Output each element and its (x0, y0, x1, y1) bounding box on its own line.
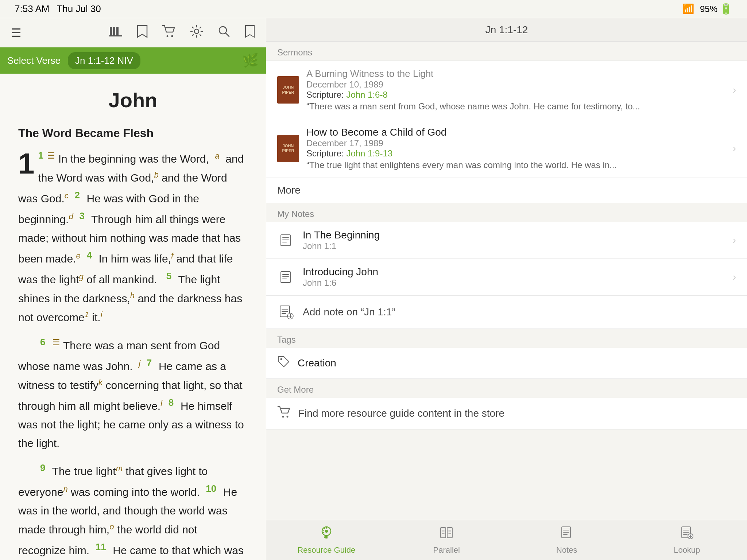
sermon-2-content: How to Become a Child of God December 17… (306, 127, 725, 170)
sermon-2-date: December 17, 1989 (306, 138, 725, 148)
verse-text: 1 1 ☰ In the beginning was the Word, a a… (18, 147, 248, 327)
svg-rect-0 (110, 27, 112, 36)
tab-notes[interactable]: Notes (507, 520, 627, 560)
note-2-ref: John 1:6 (303, 278, 725, 288)
notes-icon (560, 525, 574, 543)
right-panel: Jn 1:1-12 Sermons JOHNPIPER A Burning Wi… (266, 18, 747, 560)
tab-resource-guide-label: Resource Guide (297, 545, 355, 555)
resource-guide-icon (319, 525, 334, 543)
cart-icon[interactable] (162, 25, 175, 40)
sermon-2-thumbnail: JOHNPIPER (277, 135, 299, 162)
sermon-2-chevron: › (733, 143, 736, 154)
svg-point-7 (219, 27, 227, 34)
svg-rect-19 (447, 528, 452, 538)
my-notes-label: My Notes (266, 203, 747, 222)
more-item[interactable]: More (266, 178, 747, 203)
note-item-1[interactable]: In The Beginning John 1:1 › (266, 222, 747, 259)
note-2-chevron: › (733, 271, 736, 283)
status-date: Thu Jul 30 (57, 3, 101, 15)
add-note-icon (277, 303, 295, 321)
bookmark-icon[interactable] (245, 25, 255, 41)
note-2-icon (277, 268, 295, 286)
svg-rect-2 (116, 27, 119, 36)
right-scroll-area[interactable]: Sermons JOHNPIPER A Burning Witness to t… (266, 42, 747, 520)
toolbar: ☰ (0, 18, 266, 47)
right-panel-header: Jn 1:1-12 (266, 18, 747, 42)
select-verse-button[interactable]: Select Verse (7, 55, 61, 66)
sermon-2-scripture: Scripture: John 1:9-13 (306, 148, 725, 159)
sermon-item-1[interactable]: JOHNPIPER A Burning Witness to the Light… (266, 61, 747, 119)
search-icon[interactable] (218, 25, 230, 40)
verse-6-block: 6 ☰ There was a man sent from God whose … (18, 334, 248, 452)
note-2-title: Introducing John (303, 266, 725, 278)
svg-rect-17 (325, 536, 328, 538)
tab-lookup-label: Lookup (674, 545, 700, 555)
sermon-2-scripture-ref: John 1:9-13 (346, 148, 392, 158)
sermon-2-title: How to Become a Child of God (306, 127, 725, 138)
book-title: John (18, 88, 248, 112)
lookup-icon (680, 525, 694, 543)
get-more-label: Get More (266, 379, 747, 398)
select-verse-bar: Select Verse Jn 1:1-12 NIV 🌿 (0, 47, 266, 74)
svg-point-12 (280, 358, 282, 360)
tab-bar: Resource Guide Parallel (266, 520, 747, 560)
sermon-1-thumbnail: JOHNPIPER (277, 76, 299, 104)
status-time: 7:53 AM (15, 3, 49, 15)
sermon-2-preview: “The true light that enlightens every ma… (306, 160, 725, 170)
sermon-item-2[interactable]: JOHNPIPER How to Become a Child of God D… (266, 119, 747, 178)
tab-parallel-label: Parallel (433, 545, 460, 555)
sermon-1-chevron: › (733, 84, 736, 96)
settings-icon[interactable] (190, 25, 203, 41)
svg-point-13 (282, 416, 284, 418)
svg-rect-1 (113, 27, 115, 36)
store-cart-icon (277, 405, 291, 422)
note-1-icon (277, 231, 295, 249)
sermon-1-scripture: Scripture: John 1:6-8 (306, 90, 725, 100)
tags-label: Tags (266, 329, 747, 348)
right-header-title: Jn 1:1-12 (485, 24, 528, 36)
svg-rect-18 (441, 528, 446, 538)
battery-icon: 95% (700, 4, 717, 14)
add-note-text: Add note on “Jn 1:1” (303, 306, 395, 318)
note-1-chevron: › (733, 234, 736, 246)
tab-lookup[interactable]: Lookup (627, 520, 747, 560)
add-note-item[interactable]: Add note on “Jn 1:1” (266, 296, 747, 329)
tag-icon (277, 355, 290, 371)
battery-bar: 🔋 (720, 3, 732, 15)
verse-ref-badge[interactable]: Jn 1:1-12 NIV (68, 52, 140, 69)
bookmark-outline-icon[interactable] (137, 25, 148, 41)
bookshelf-icon[interactable] (109, 26, 122, 40)
note-2-content: Introducing John John 1:6 (303, 266, 725, 288)
leaf-icon: 🌿 (242, 53, 259, 68)
note-item-2[interactable]: Introducing John John 1:6 › (266, 259, 747, 296)
svg-point-4 (167, 35, 169, 37)
sermon-1-date: December 10, 1989 (306, 79, 725, 90)
svg-point-6 (194, 29, 199, 34)
tab-resource-guide[interactable]: Resource Guide (266, 520, 387, 560)
parallel-icon (439, 525, 454, 543)
sermon-1-title: A Burning Witness to the Light (306, 68, 725, 79)
note-1-content: In The Beginning John 1:1 (303, 229, 725, 251)
find-more-text: Find more resource guide content in the … (298, 408, 504, 419)
svg-rect-3 (109, 35, 122, 36)
svg-point-5 (171, 35, 173, 37)
sermon-1-content: A Burning Witness to the Light December … (306, 68, 725, 112)
sermon-1-scripture-ref: John 1:6-8 (346, 90, 387, 100)
wifi-icon: 📶 (682, 3, 694, 15)
svg-point-14 (287, 416, 289, 418)
bible-panel: ☰ (0, 18, 266, 560)
menu-icon[interactable]: ☰ (11, 26, 22, 40)
sermon-1-preview: “There was a man sent from God, whose na… (306, 101, 725, 112)
get-more-item[interactable]: Find more resource guide content in the … (266, 398, 747, 429)
tab-parallel[interactable]: Parallel (387, 520, 507, 560)
chapter-number: 1 (18, 149, 35, 178)
svg-point-16 (325, 530, 328, 533)
section-heading: The Word Became Flesh (18, 127, 248, 140)
tag-text: Creation (298, 357, 336, 369)
verse-9-block: 9 The true lightm that gives light to ev… (18, 460, 248, 560)
verse-1-number: 1 (38, 150, 43, 161)
tag-item[interactable]: Creation (266, 348, 747, 379)
status-bar: 7:53 AM Thu Jul 30 📶 95% 🔋 (0, 0, 747, 18)
tab-notes-label: Notes (556, 545, 577, 555)
note-1-ref: John 1:1 (303, 241, 725, 251)
